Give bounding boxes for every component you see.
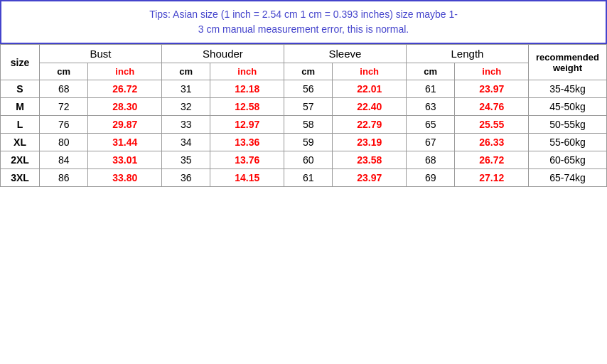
size-cell: L (1, 116, 40, 134)
header-length: Length (406, 45, 528, 63)
table-row: M 72 28.30 32 12.58 57 22.40 63 24.76 45… (1, 98, 607, 116)
table-row: L 76 29.87 33 12.97 58 22.79 65 25.55 50… (1, 116, 607, 134)
bust-inch-cell: 29.87 (88, 116, 162, 134)
header-bust: Bust (40, 45, 162, 63)
sle-cm-cell: 60 (284, 151, 332, 169)
sho-inch-cell: 13.36 (210, 134, 284, 151)
sle-cm-cell: 59 (284, 134, 332, 151)
sle-inch-cell: 23.58 (333, 151, 407, 169)
len-cm-cell: 63 (406, 98, 454, 116)
sho-inch-cell: 13.76 (210, 151, 284, 169)
len-cm-cell: 69 (406, 169, 454, 187)
len-inch-cell: 25.55 (455, 116, 529, 134)
bust-cm-cell: 84 (40, 151, 88, 169)
table-row: 3XL 86 33.80 36 14.15 61 23.97 69 27.12 … (1, 169, 607, 187)
weight-cell: 45-50kg (529, 98, 607, 116)
size-cell: S (1, 80, 40, 98)
tips-line1: Tips: Asian size (1 inch = 2.54 cm 1 cm … (149, 9, 458, 20)
sle-inch-cell: 22.01 (333, 80, 407, 98)
tips-line2: 3 cm manual measurement error, this is n… (198, 23, 409, 35)
header-size: size (1, 45, 40, 80)
header-row-1: size Bust Shouder Sleeve Length recommen… (1, 45, 607, 63)
sle-inch-cell: 23.97 (333, 169, 407, 187)
bust-inch-cell: 33.80 (88, 169, 162, 187)
table-row: 2XL 84 33.01 35 13.76 60 23.58 68 26.72 … (1, 151, 607, 169)
bust-inch-cell: 26.72 (88, 80, 162, 98)
len-cm-cell: 67 (406, 134, 454, 151)
size-cell: M (1, 98, 40, 116)
size-cell: 3XL (1, 169, 40, 187)
sho-cm-cell: 35 (161, 151, 210, 169)
weight-cell: 55-60kg (529, 134, 607, 151)
bust-inch-cell: 33.01 (88, 151, 162, 169)
sle-cm-cell: 57 (284, 98, 332, 116)
len-cm-cell: 68 (406, 151, 454, 169)
bust-cm-header: cm (40, 63, 88, 80)
len-cm-cell: 61 (406, 80, 454, 98)
len-inch-header: inch (455, 63, 529, 80)
sho-cm-cell: 31 (161, 80, 210, 98)
weight-cell: 35-45kg (529, 80, 607, 98)
len-inch-cell: 23.97 (455, 80, 529, 98)
bust-inch-header: inch (88, 63, 162, 80)
weight-cell: 50-55kg (529, 116, 607, 134)
bust-cm-cell: 68 (40, 80, 88, 98)
sho-cm-cell: 34 (161, 134, 210, 151)
sho-inch-cell: 14.15 (210, 169, 284, 187)
table-row: XL 80 31.44 34 13.36 59 23.19 67 26.33 5… (1, 134, 607, 151)
bust-cm-cell: 72 (40, 98, 88, 116)
weight-cell: 65-74kg (529, 169, 607, 187)
len-inch-cell: 27.12 (455, 169, 529, 187)
sle-cm-cell: 56 (284, 80, 332, 98)
table-row: S 68 26.72 31 12.18 56 22.01 61 23.97 35… (1, 80, 607, 98)
sho-inch-header: inch (210, 63, 284, 80)
sle-cm-cell: 61 (284, 169, 332, 187)
header-rec-weight: recommended weight (529, 45, 607, 80)
sle-inch-cell: 22.79 (333, 116, 407, 134)
size-cell: 2XL (1, 151, 40, 169)
sle-inch-cell: 22.40 (333, 98, 407, 116)
sle-inch-header: inch (333, 63, 407, 80)
header-shoulder: Shouder (161, 45, 284, 63)
bust-inch-cell: 31.44 (88, 134, 162, 151)
header-sleeve: Sleeve (284, 45, 406, 63)
sle-cm-header: cm (284, 63, 332, 80)
len-inch-cell: 24.76 (455, 98, 529, 116)
sho-inch-cell: 12.58 (210, 98, 284, 116)
bust-cm-cell: 80 (40, 134, 88, 151)
len-inch-cell: 26.33 (455, 134, 529, 151)
tips-banner: Tips: Asian size (1 inch = 2.54 cm 1 cm … (0, 0, 607, 44)
bust-cm-cell: 86 (40, 169, 88, 187)
sho-inch-cell: 12.18 (210, 80, 284, 98)
size-cell: XL (1, 134, 40, 151)
sho-cm-cell: 32 (161, 98, 210, 116)
sho-cm-cell: 36 (161, 169, 210, 187)
sle-inch-cell: 23.19 (333, 134, 407, 151)
len-inch-cell: 26.72 (455, 151, 529, 169)
sho-inch-cell: 12.97 (210, 116, 284, 134)
bust-inch-cell: 28.30 (88, 98, 162, 116)
sho-cm-header: cm (161, 63, 210, 80)
weight-cell: 60-65kg (529, 151, 607, 169)
sho-cm-cell: 33 (161, 116, 210, 134)
header-row-2: cm inch cm inch cm inch cm inch (1, 63, 607, 80)
bust-cm-cell: 76 (40, 116, 88, 134)
len-cm-header: cm (406, 63, 454, 80)
sle-cm-cell: 58 (284, 116, 332, 134)
len-cm-cell: 65 (406, 116, 454, 134)
size-table: size Bust Shouder Sleeve Length recommen… (0, 44, 607, 187)
